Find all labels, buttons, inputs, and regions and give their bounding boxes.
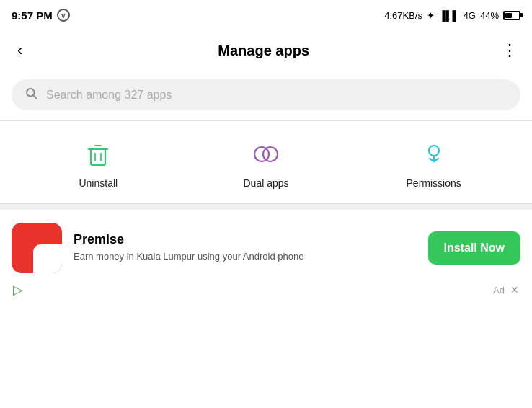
dual-apps-icon — [250, 138, 282, 170]
action-buttons-row: Uninstall Dual apps Permissions — [0, 121, 532, 203]
ad-content: Premise Earn money in Kuala Lumpur using… — [12, 223, 520, 273]
dual-apps-action[interactable]: Dual apps — [230, 138, 302, 189]
network-type: 4G — [464, 10, 476, 21]
version-circle: v — [57, 9, 70, 22]
search-placeholder: Search among 327 apps — [46, 89, 172, 102]
ad-close-button[interactable]: ✕ — [510, 284, 519, 296]
app-icon-wrap — [12, 223, 62, 273]
ad-label: Ad — [493, 285, 505, 296]
search-container: Search among 327 apps — [0, 72, 532, 120]
time: 9:57 PM — [12, 9, 53, 22]
svg-point-9 — [429, 146, 439, 156]
battery-percent: 44% — [480, 10, 499, 21]
network-speed: 4.67KB/s — [384, 10, 422, 21]
svg-rect-2 — [91, 149, 105, 165]
ad-label-wrap: Ad ✕ — [493, 284, 519, 296]
app-description: Earn money in Kuala Lumpur using your An… — [74, 250, 417, 263]
app-icon — [12, 223, 62, 273]
permissions-action[interactable]: Permissions — [398, 138, 470, 189]
svg-point-8 — [263, 147, 278, 161]
status-time-area: 9:57 PM v — [12, 9, 70, 22]
search-bar[interactable]: Search among 327 apps — [12, 79, 520, 110]
permissions-icon — [418, 138, 450, 170]
more-options-button[interactable]: ⋮ — [502, 43, 518, 58]
ad-footer: ▷ Ad ✕ — [12, 282, 520, 298]
dual-apps-label: Dual apps — [243, 177, 288, 189]
header: ‹ Manage apps ⋮ — [0, 29, 532, 72]
svg-point-7 — [254, 147, 269, 161]
signal-bars-icon: ▐▌▌ — [439, 10, 459, 21]
app-info: Premise Earn money in Kuala Lumpur using… — [74, 232, 417, 263]
ad-play-icon: ▷ — [13, 282, 23, 298]
search-icon — [25, 87, 37, 103]
status-bar: 9:57 PM v 4.67KB/s ✦ ▐▌▌ 4G 44% — [0, 0, 532, 29]
section-divider — [0, 204, 532, 210]
permissions-label: Permissions — [407, 177, 461, 189]
back-button[interactable]: ‹ — [14, 38, 25, 63]
status-right-area: 4.67KB/s ✦ ▐▌▌ 4G 44% — [384, 10, 520, 21]
uninstall-label: Uninstall — [79, 177, 118, 189]
page-title: Manage apps — [218, 43, 309, 59]
trash-icon — [82, 138, 114, 170]
ad-section: Premise Earn money in Kuala Lumpur using… — [0, 210, 532, 306]
battery-icon — [503, 11, 520, 20]
install-now-button[interactable]: Install Now — [428, 231, 520, 265]
svg-line-1 — [33, 95, 36, 98]
app-name: Premise — [74, 232, 417, 247]
uninstall-action[interactable]: Uninstall — [62, 138, 134, 189]
bluetooth-icon: ✦ — [427, 10, 435, 21]
